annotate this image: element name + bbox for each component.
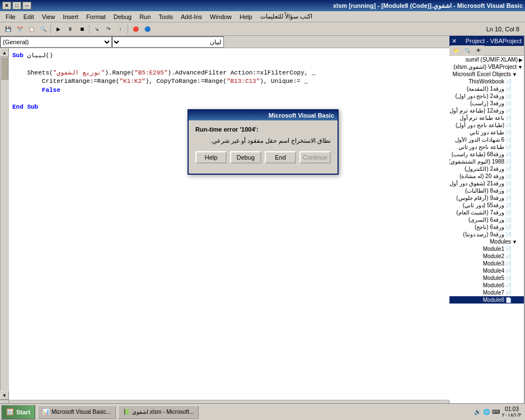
tree-item-thisworkbook[interactable]: 📄 ThisWorkbook: [449, 78, 524, 85]
maximize-button[interactable]: □: [12, 2, 21, 10]
tree-label: ورقة2 (ناجح دور اول): [455, 93, 504, 99]
menu-edit[interactable]: Edit: [20, 13, 38, 21]
tree-item-module3[interactable]: 📄 Module3: [449, 260, 524, 267]
tree-item-sheet1[interactable]: 📄 ورقة1 (المقدمة): [449, 85, 524, 92]
menu-view[interactable]: View: [39, 13, 59, 21]
proj-btn-2[interactable]: 🔍: [462, 45, 473, 57]
expand-icon-3: ▼: [512, 72, 517, 77]
tree-item-sheet4[interactable]: 📄 ورقة12 (طباعة ترم أول): [449, 107, 524, 114]
toolbar-step-out[interactable]: ↑: [115, 24, 126, 35]
tree-item-module4[interactable]: 📄 Module4: [449, 267, 524, 274]
scroll-up[interactable]: ▲: [0, 48, 9, 57]
toolbar-stop[interactable]: ⏹: [76, 24, 87, 35]
tree-item-sumif[interactable]: ▶ sumif (SUMIF.XLAM): [449, 56, 524, 63]
menu-addins[interactable]: Add-Ins: [177, 13, 205, 21]
toolbar-pause[interactable]: ⏸: [64, 24, 76, 35]
toolbar-step[interactable]: ↘: [91, 24, 102, 35]
toolbar-btn-3[interactable]: 📋: [26, 24, 37, 35]
toolbar-step-over[interactable]: ↷: [103, 24, 114, 35]
start-button[interactable]: 🪟 Start: [1, 405, 35, 419]
tree-item-sheet16[interactable]: 📄 ورقة9 (أرقام جلوس): [449, 194, 524, 202]
tree-item-sheet11[interactable]: 📄 1988 (اليوم الشتشفوي): [449, 158, 524, 165]
tree-item-sheet20[interactable]: 📄 ورقة6 (ناجح): [449, 223, 524, 231]
scroll-down[interactable]: ▼: [0, 391, 9, 400]
tree-item-vbaproject[interactable]: ▼ VBAProject (اشفوي.xlsm): [449, 63, 524, 71]
menu-window[interactable]: Window: [207, 13, 235, 21]
menu-file[interactable]: File: [2, 13, 19, 21]
tree-item-sheet13[interactable]: 📄 ورقة 20 (له مشادة): [449, 172, 524, 180]
doc-icon: 📄: [505, 130, 512, 136]
tree-item-excel-objects[interactable]: ▼ Microsoft Excel Objects: [449, 71, 524, 78]
doc-icon: 📄: [505, 181, 512, 186]
tree-item-sheet10[interactable]: 📄 ورقة68 (طباعة راسب): [449, 151, 524, 158]
scroll-thumb[interactable]: [1, 57, 8, 80]
toolbar-btn-2[interactable]: ✂️: [14, 24, 25, 35]
toolbar-sep-2: [89, 25, 90, 34]
tree-item-sheet6[interactable]: 📄 (طباعة ناجح دور أول): [449, 122, 524, 129]
tree-item-sheet7[interactable]: 📄 طباعة دور ثاني: [449, 129, 524, 136]
minimize-button[interactable]: ─: [22, 2, 31, 10]
menu-insert[interactable]: Insert: [59, 13, 82, 21]
tree-item-module7[interactable]: 📄 Module7: [449, 289, 524, 296]
close-button[interactable]: ✕: [2, 2, 11, 10]
toolbar-btn-1[interactable]: 💾: [2, 24, 13, 35]
menu-help[interactable]: Help: [236, 13, 256, 21]
tree-item-module5[interactable]: 📄 Module5: [449, 274, 524, 282]
toolbar-run[interactable]: ▶: [53, 24, 64, 35]
doc-icon: 📄: [505, 115, 512, 121]
menu-run[interactable]: Run: [136, 13, 154, 21]
doc-icon: 📄: [505, 188, 512, 194]
tree-item-module6[interactable]: 📄 Module6: [449, 282, 524, 289]
project-panel: Project - VBAProject ✕ 📁 🔍 👁 ▶ sumif (SU…: [449, 36, 525, 409]
dialog-buttons: Continue End Debug Help: [195, 151, 331, 168]
tree-item-module8[interactable]: 📄 Module8: [449, 296, 524, 304]
proj-btn-1[interactable]: 📁: [451, 45, 462, 57]
sub-select[interactable]: لبيان: [112, 36, 224, 48]
tree-item-sheet18[interactable]: 📄 ورقة7 (الشبث العام): [449, 209, 524, 216]
toolbar-status: Ln 10, Col 8: [483, 26, 523, 32]
tree-label: VBAProject (اشفوي.xlsm): [453, 64, 517, 70]
proj-btn-3[interactable]: 👁: [473, 45, 484, 57]
menu-bar: File Edit View Insert Format Debug Run T…: [0, 11, 525, 22]
tree-item-sheet3[interactable]: 📄 ورقة3 (راسب): [449, 100, 524, 107]
start-label: Start: [16, 409, 30, 416]
end-button[interactable]: End: [265, 151, 296, 164]
help-button[interactable]: Help: [195, 151, 227, 164]
tree-item-modules[interactable]: ▼ Modules: [449, 238, 524, 245]
tree-item-sheet5[interactable]: 📄 باعة طباعة ترم أول: [449, 114, 524, 122]
tree-item-module2[interactable]: 📄 Module2: [449, 253, 524, 260]
tree-item-sheet9[interactable]: 📄 طباعة ناجح دور ثاني: [449, 143, 524, 151]
menu-format[interactable]: Format: [83, 13, 109, 21]
tree-item-sheet12[interactable]: 📄 ورقة2 (الكنترول): [449, 165, 524, 172]
menu-debug[interactable]: Debug: [110, 13, 135, 21]
menu-tools[interactable]: Tools: [155, 13, 176, 21]
tree-item-module1[interactable]: 📄 Module1: [449, 245, 524, 253]
toolbar-break[interactable]: 🔴: [130, 24, 141, 35]
title-bar: Microsoft Visual Basic - اشفوي.xlsm [run…: [0, 0, 525, 11]
tree-item-sheet17[interactable]: 📄 ورقة55 (دور ثاني): [449, 202, 524, 209]
tree-label: Module1: [483, 246, 504, 252]
expand-icon: ▶: [519, 57, 523, 63]
tree-label: ورقة6 (ناجح): [475, 224, 504, 230]
tree-item-sheet21[interactable]: 📄 ورقة9 (رصد دونتا): [449, 231, 524, 238]
tree-label: 1988 (اليوم الشتشفوي): [449, 158, 504, 165]
expand-icon-modules: ▼: [512, 239, 517, 245]
taskbar-item-vba[interactable]: 📊 Microsoft Visual Basic...: [38, 405, 116, 419]
taskbar-icon-1: 📊: [43, 409, 49, 415]
toolbar-clear[interactable]: 🔵: [142, 24, 153, 35]
tree-label: ورقة3 (راسب): [470, 100, 504, 106]
taskbar-item-excel[interactable]: 📗 اشفوي.xlsm - Microsoft...: [118, 405, 199, 419]
tree-item-sheet8[interactable]: 📄 6 شهادات الدور الأول: [449, 136, 524, 143]
tree-item-sheet19[interactable]: 📄 ورقة6 (السرى): [449, 216, 524, 223]
toolbar: 💾 ✂️ 📋 🔍 ▶ ⏸ ⏹ ↘ ↷ ↑ 🔴 🔵 Ln 10, Col 8: [0, 22, 525, 36]
tree-item-sheet15[interactable]: 📄 ورقة8 (الطالبات): [449, 187, 524, 194]
general-select[interactable]: (General): [0, 36, 112, 48]
debug-button[interactable]: Debug: [230, 151, 261, 164]
tree-item-sheet14[interactable]: 📄 ورقة21 (شفوق دور أول): [449, 180, 524, 187]
vertical-scrollbar[interactable]: ▲ ▼: [0, 48, 9, 400]
code-editor[interactable]: Sub لبيان() Sheets("توزيع الشفوي").Range…: [9, 48, 449, 400]
continue-button[interactable]: Continue: [299, 151, 331, 164]
toolbar-btn-4[interactable]: 🔍: [38, 24, 49, 35]
tree-item-sheet2[interactable]: 📄 ورقة2 (ناجح دور اول): [449, 92, 524, 100]
project-panel-close[interactable]: ✕: [452, 38, 457, 45]
